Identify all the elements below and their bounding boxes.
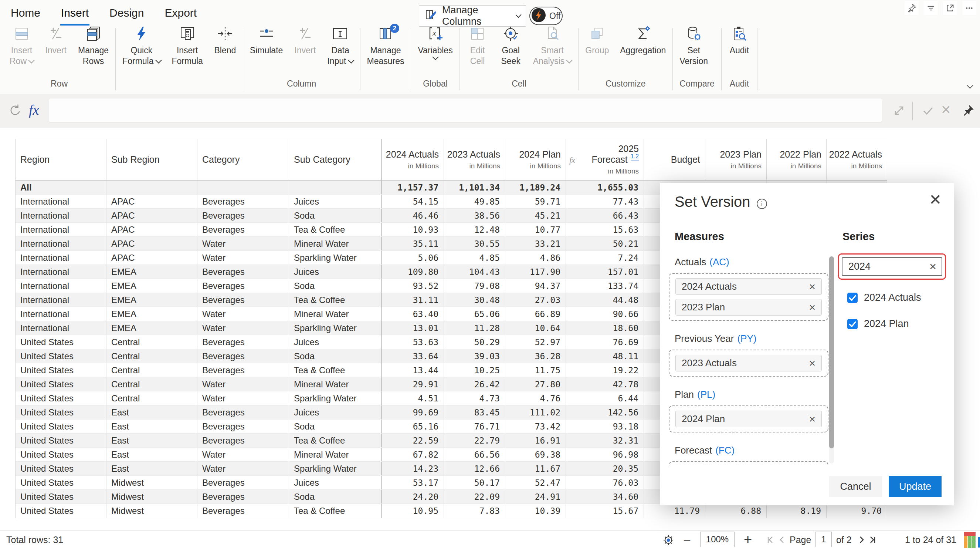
- insert-formula-icon: [179, 25, 196, 45]
- column-header-region[interactable]: Region: [16, 139, 107, 180]
- last-page-icon[interactable]: [868, 535, 877, 546]
- update-button[interactable]: Update: [889, 476, 942, 497]
- app-window: HomeInsertDesignExport Manage Columns Of…: [0, 0, 980, 549]
- series-options-list: 2024 Actuals2024 Plan: [838, 292, 947, 330]
- remove-chip-icon[interactable]: ×: [809, 413, 816, 425]
- scrollbar[interactable]: [829, 256, 834, 464]
- table-row[interactable]: United StatesMidwestBeveragesTea & Coffe…: [16, 504, 887, 518]
- cancel-formula-icon: ×: [941, 100, 951, 119]
- fx-icon: fx: [569, 155, 575, 165]
- ribbon-group-label: Row: [10, 77, 109, 93]
- popout-icon[interactable]: [943, 1, 957, 15]
- table-brand-icon: [964, 532, 975, 549]
- manage-measures-button[interactable]: 2ManageMeasures: [367, 25, 404, 67]
- quick-formula-icon: [133, 25, 150, 45]
- ribbon-group-label: [367, 77, 404, 93]
- chevron-down-icon: [515, 12, 521, 18]
- measure-chip[interactable]: 2024 Plan×: [675, 411, 822, 427]
- visual-header-icons: [905, 1, 976, 15]
- next-page-icon[interactable]: [857, 535, 866, 546]
- measure-section-forecast: Forecast(FC)×: [669, 445, 829, 465]
- tab-design[interactable]: Design: [109, 6, 145, 26]
- info-icon[interactable]: i: [757, 199, 767, 209]
- quick-formula-button[interactable]: QuickFormula: [123, 25, 161, 67]
- clear-search-icon[interactable]: ×: [929, 260, 936, 273]
- simulate-button[interactable]: Simulate: [250, 25, 283, 56]
- series-search-input[interactable]: [848, 260, 929, 273]
- series-search-focus-ring: ×: [838, 254, 946, 280]
- remove-chip-icon[interactable]: ×: [809, 281, 816, 293]
- column-header-budget[interactable]: Budget: [644, 139, 705, 180]
- formula-bar: fx ×: [0, 94, 980, 128]
- set-version-button[interactable]: SetVersion: [679, 25, 708, 67]
- goal-seek-icon: [503, 25, 519, 45]
- dialog-title: Set Version: [675, 193, 751, 210]
- column-header-2025-forecast[interactable]: fx2025Forecast1.2in Millions: [566, 139, 644, 180]
- ribbon-group: QuickFormulaInsertFormulaBlend: [116, 24, 243, 93]
- column-header-sub-category[interactable]: Sub Category: [289, 139, 382, 180]
- column-header-2022-actuals[interactable]: 2022 Actualsin Millions: [827, 139, 887, 180]
- measure-chip[interactable]: 2024 Actuals×: [675, 278, 822, 295]
- edit-cell-icon: [469, 25, 486, 45]
- checkbox-checked[interactable]: [847, 293, 858, 303]
- page-number-input[interactable]: [816, 531, 832, 547]
- series-search: ×: [842, 257, 942, 276]
- measure-code: (PY): [737, 333, 756, 344]
- ribbon-group-customize: GroupAggregationCustomize: [579, 24, 673, 93]
- column-header-2023-plan[interactable]: 2023 Planin Millions: [705, 139, 767, 180]
- close-icon[interactable]: ×: [929, 189, 941, 209]
- manage-rows-icon: [85, 25, 102, 45]
- tab-insert[interactable]: Insert: [60, 6, 89, 26]
- column-header-2024-actuals[interactable]: 2024 Actualsin Millions: [382, 139, 444, 180]
- tab-export[interactable]: Export: [164, 6, 197, 26]
- ribbon-group-column: SimulateInvertDataInputColumn: [243, 24, 360, 93]
- tab-home[interactable]: Home: [10, 6, 41, 26]
- series-option[interactable]: 2024 Actuals: [838, 292, 947, 303]
- ribbon-group-cell: EditCellGoalSeekSmartAnalysisCell: [460, 24, 579, 93]
- aggregation-button[interactable]: Aggregation: [620, 25, 666, 56]
- zoom-out-button[interactable]: −: [683, 532, 691, 548]
- remove-chip-icon[interactable]: ×: [809, 301, 816, 314]
- pin-icon[interactable]: [905, 1, 919, 15]
- column-header-sub-region[interactable]: Sub Region: [107, 139, 197, 180]
- fx-icon: fx: [29, 102, 39, 118]
- variables-button[interactable]: xVariables: [418, 25, 452, 60]
- undo-icon[interactable]: [7, 103, 21, 119]
- filter-icon[interactable]: [924, 1, 938, 15]
- ribbon-group-row: InsertRowInvertManageRowsRow: [3, 24, 115, 93]
- cancel-button[interactable]: Cancel: [829, 476, 882, 497]
- scrollbar-thumb[interactable]: [829, 256, 834, 448]
- column-header-2024-plan[interactable]: 2024 Planin Millions: [505, 139, 566, 180]
- data-input-button[interactable]: DataInput: [327, 25, 353, 67]
- insert-formula-button[interactable]: InsertFormula: [172, 25, 203, 67]
- column-header-2023-actuals[interactable]: 2023 Actualsin Millions: [444, 139, 505, 180]
- smart-analysis-icon: [544, 25, 561, 45]
- series-heading: Series: [843, 230, 875, 243]
- power-toggle[interactable]: Off: [529, 6, 563, 25]
- collapse-ribbon-icon[interactable]: [968, 84, 972, 90]
- footnote-marker[interactable]: 1.2: [631, 153, 639, 161]
- more-options-icon[interactable]: [962, 1, 976, 15]
- settings-gear-icon[interactable]: [662, 533, 675, 549]
- ribbon-group-label: Global: [418, 77, 452, 93]
- column-header-2022-plan[interactable]: 2022 Planin Millions: [767, 139, 827, 180]
- manage-rows-button[interactable]: ManageRows: [78, 25, 109, 67]
- blend-button[interactable]: Blend: [214, 25, 236, 56]
- remove-chip-icon[interactable]: ×: [809, 357, 816, 370]
- row-range-label: 1 to 24 of 31: [905, 535, 956, 545]
- data-input-icon: [332, 25, 348, 45]
- series-option[interactable]: 2024 Plan: [838, 318, 947, 330]
- measure-chip[interactable]: 2023 Plan×: [675, 299, 822, 316]
- zoom-in-button[interactable]: +: [744, 531, 752, 547]
- measure-chip[interactable]: 2023 Actuals×: [675, 355, 822, 372]
- checkbox-checked[interactable]: [847, 319, 858, 329]
- audit-button[interactable]: Audit: [728, 25, 751, 56]
- expand-formula-bar-icon[interactable]: [892, 103, 907, 120]
- confirm-formula-icon: [921, 103, 935, 120]
- pin-formula-bar-icon[interactable]: [960, 103, 975, 120]
- column-header-category[interactable]: Category: [197, 139, 289, 180]
- measures-heading: Measures: [675, 230, 724, 243]
- goal-seek-button[interactable]: GoalSeek: [500, 25, 522, 67]
- zoom-level-input[interactable]: [700, 531, 735, 547]
- formula-input[interactable]: [49, 98, 882, 123]
